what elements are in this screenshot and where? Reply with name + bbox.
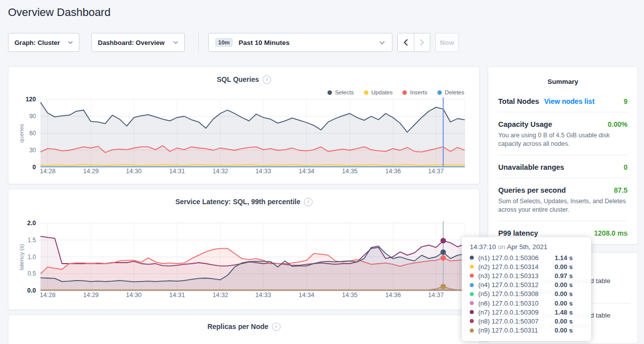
- svg-text:14:35: 14:35: [342, 168, 357, 175]
- summary-row-total-nodes: Total Nodes View nodes list 9: [498, 89, 628, 112]
- sql-queries-panel: SQL Queries i SelectsUpdatesInsertsDelet…: [8, 66, 480, 184]
- summary-value: 1208.0 ms: [594, 229, 628, 237]
- svg-text:14:29: 14:29: [83, 168, 99, 175]
- node-color-dot-icon: [470, 310, 474, 314]
- svg-text:1.5: 1.5: [27, 237, 36, 244]
- events-title: Events: [488, 253, 638, 268]
- svg-text:2.0: 2.0: [27, 220, 36, 227]
- replicas-per-node-panel: Replicas per Node i: [8, 315, 480, 344]
- svg-text:14:30: 14:30: [126, 168, 141, 175]
- dashboard-dropdown[interactable]: Dashboard: Overview: [91, 33, 185, 52]
- chevron-down-icon: [173, 41, 178, 44]
- summary-label: P99 latency: [498, 229, 538, 237]
- svg-text:14:36: 14:36: [385, 168, 401, 175]
- svg-text:14:35: 14:35: [342, 292, 357, 299]
- summary-title: Summary: [488, 67, 638, 85]
- svg-text:14:32: 14:32: [213, 168, 228, 175]
- svg-text:14:34: 14:34: [299, 292, 314, 299]
- summary-value: 87.5: [614, 186, 628, 194]
- events-card: Events Table Created: User root created …: [488, 252, 638, 344]
- event-object: movr.public.promo_codes: [496, 286, 630, 297]
- svg-text:14:33: 14:33: [256, 168, 271, 175]
- svg-text:60: 60: [29, 130, 36, 137]
- info-icon[interactable]: i: [272, 323, 281, 331]
- svg-text:14:31: 14:31: [169, 292, 185, 299]
- summary-row-p99-latency: P99 latency 1208.0 ms: [498, 221, 628, 244]
- summary-row-unavailable-ranges: Unavailable ranges 0: [498, 155, 628, 178]
- time-range-picker[interactable]: 10m Past 10 Minutes: [208, 33, 392, 52]
- replicas-per-node-title: Replicas per Node: [207, 323, 268, 331]
- svg-text:14:36: 14:36: [385, 292, 401, 299]
- summary-label: Queries per second: [498, 186, 566, 194]
- svg-text:0.0: 0.0: [27, 287, 36, 294]
- svg-text:1.0: 1.0: [27, 254, 36, 261]
- svg-text:14:33: 14:33: [256, 292, 271, 299]
- prev-interval-button[interactable]: [398, 33, 414, 51]
- dashboard-label: Dashboard: Overview: [98, 39, 168, 46]
- event-text: Table Created: User root created table: [496, 310, 630, 321]
- view-nodes-list-link[interactable]: View nodes list: [544, 97, 595, 105]
- chevron-down-icon: [68, 41, 73, 44]
- time-nav-arrows: [397, 33, 430, 52]
- summary-value: 0.00%: [608, 120, 628, 128]
- event-object: movr.public.user_promo_codes: [496, 321, 630, 331]
- summary-row-queries-per-second: Queries per second 87.5 Sum of Selects, …: [498, 178, 628, 221]
- svg-text:14:31: 14:31: [169, 168, 185, 175]
- service-latency-chart[interactable]: 0.00.51.01.52.014:2814:2914:3014:3114:32…: [8, 189, 479, 310]
- svg-text:0: 0: [32, 164, 36, 171]
- summary-description: You are using 0 B of 4.5 GiB usable disk…: [498, 131, 628, 148]
- summary-value: 0: [624, 163, 628, 171]
- page-title: Overview Dashboard: [8, 6, 110, 19]
- summary-card: Summary Total Nodes View nodes list 9 Ca…: [488, 66, 638, 245]
- graph-scope-dropdown[interactable]: Graph: Cluster: [8, 33, 79, 52]
- event-item: Table Created: User root created table m…: [496, 269, 630, 304]
- summary-description: Sum of Selects, Updates, Inserts, and De…: [498, 197, 628, 214]
- chevron-down-icon: [379, 41, 385, 44]
- svg-text:14:32: 14:32: [213, 292, 228, 299]
- next-interval-button[interactable]: [414, 33, 430, 51]
- svg-text:14:29: 14:29: [83, 292, 99, 299]
- svg-text:0.5: 0.5: [27, 270, 36, 277]
- summary-value: 9: [624, 97, 628, 105]
- svg-text:14:28: 14:28: [40, 292, 55, 299]
- service-latency-panel: Service Latency: SQL, 99th percentile i …: [8, 189, 480, 310]
- event-text: Table Created: User root created table: [496, 276, 630, 286]
- summary-label: Capacity Usage: [498, 120, 552, 128]
- svg-text:30: 30: [29, 147, 36, 154]
- svg-text:14:28: 14:28: [40, 168, 55, 175]
- summary-label: Unavailable ranges: [498, 163, 564, 171]
- svg-text:14:37: 14:37: [428, 168, 444, 175]
- svg-text:14:30: 14:30: [126, 292, 141, 299]
- graph-scope-label: Graph: Cluster: [14, 39, 63, 46]
- now-button-label: Now: [440, 39, 454, 46]
- svg-text:14:37: 14:37: [428, 292, 444, 299]
- summary-row-capacity-usage: Capacity Usage 0.00% You are using 0 B o…: [498, 112, 628, 155]
- svg-text:14:34: 14:34: [299, 168, 314, 175]
- time-range-badge: 10m: [215, 38, 233, 47]
- time-range-label: Past 10 Minutes: [239, 39, 374, 46]
- summary-label: Total Nodes: [498, 97, 539, 105]
- svg-text:120: 120: [25, 96, 36, 103]
- svg-text:90: 90: [29, 113, 36, 120]
- event-item: Table Created: User root created table m…: [496, 304, 630, 338]
- sql-queries-chart[interactable]: 030609012014:2814:2914:3014:3114:3214:33…: [8, 67, 479, 184]
- controls-divider: [198, 33, 199, 52]
- now-button[interactable]: Now: [435, 33, 459, 52]
